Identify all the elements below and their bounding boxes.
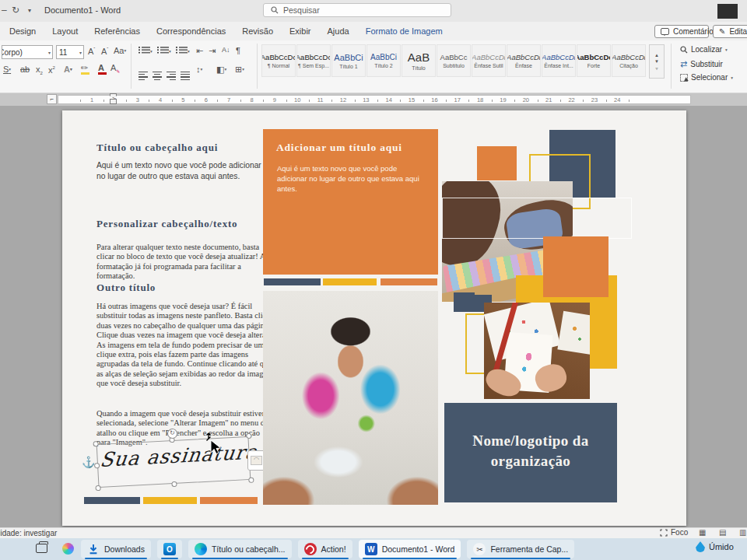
multilevel-list-button[interactable]: ▾ — [176, 47, 190, 56]
align-right-button[interactable] — [167, 65, 176, 80]
font-size-combo[interactable]: 11▾ — [56, 45, 84, 59]
ruler-number: 17 — [454, 96, 461, 103]
style-ênfase[interactable]: AaBbCcDiÊnfase — [507, 44, 541, 77]
style-ênfase-sutil[interactable]: AaBbCcDiÊnfase Sutil — [472, 44, 506, 77]
select-button[interactable]: Selecionar▾ — [680, 73, 733, 82]
select-icon — [680, 74, 688, 82]
replace-button[interactable]: ⇄ Substituir — [680, 59, 723, 69]
accent-bar-orange — [381, 278, 437, 285]
show-marks-button[interactable]: ¶ — [236, 47, 240, 55]
borders-button[interactable]: ⊞▾ — [235, 65, 244, 74]
ruler-number: 13 — [363, 96, 369, 103]
signature-object[interactable]: Sua assinatura ↻ — [96, 436, 251, 488]
comments-button[interactable]: Comentários — [654, 25, 709, 38]
weather-widget[interactable]: Úmido — [696, 541, 734, 552]
shading-button[interactable]: ◧▾ — [216, 65, 226, 74]
ruler-number: 19 — [500, 96, 506, 103]
document-page: Título ou cabeçalho aqui Aqui é um texto… — [62, 110, 686, 526]
taskbar-app-word[interactable]: WDocumento1 - Word — [359, 540, 461, 558]
ruler-number: 21 — [545, 96, 552, 103]
clear-formatting-button[interactable]: A✎ — [110, 64, 120, 74]
style-ênfase-int-[interactable]: AaBbCcDiÊnfase Int... — [542, 44, 576, 77]
sort-button[interactable]: A↓ — [222, 47, 230, 54]
photo-children-drawing — [484, 303, 590, 399]
tab-layout[interactable]: Layout — [52, 26, 78, 36]
copilot-button[interactable] — [62, 543, 74, 555]
ruler-number: 6 — [205, 96, 208, 103]
subscript-button[interactable]: x2 — [36, 65, 43, 75]
selection-handle[interactable] — [95, 485, 100, 491]
taskbar-app-action[interactable]: Action! — [298, 540, 352, 558]
style--normal[interactable]: AaBbCcDc¶ Normal — [261, 44, 296, 77]
tab-referências[interactable]: Referências — [94, 26, 140, 36]
superscript-button[interactable]: x2 — [48, 65, 55, 75]
customize-quick-access-icon[interactable]: ▾ — [28, 7, 31, 14]
left-indent-marker[interactable] — [110, 99, 117, 104]
ruler-number: 14 — [386, 96, 392, 103]
redo-icon[interactable]: ↻ — [12, 5, 19, 16]
justify-button[interactable] — [181, 65, 190, 80]
editing-mode-button[interactable]: ✎ Editando — [713, 25, 747, 38]
taskbar-app-outlook[interactable]: O — [157, 540, 182, 558]
search-placeholder: Pesquisar — [283, 5, 320, 15]
strikethrough-button[interactable]: ab — [20, 65, 30, 74]
document-area[interactable]: Título ou cabeçalho aqui Aqui é um texto… — [0, 106, 747, 527]
style-título-1[interactable]: AaBbCiTítulo 1 — [331, 44, 366, 77]
tab-ajuda[interactable]: Ajuda — [328, 26, 349, 36]
web-layout-icon[interactable]: ▥ — [739, 528, 746, 537]
collage-navy-small-square — [454, 292, 475, 312]
increase-indent-button[interactable]: ⇥ — [209, 47, 216, 55]
tab-design[interactable]: Design — [9, 26, 36, 36]
collage-white-outline — [442, 198, 632, 239]
align-center-button[interactable] — [153, 65, 162, 80]
line-spacing-button[interactable]: ↕▾ — [196, 65, 202, 74]
decrease-indent-button[interactable]: ⇤ — [196, 47, 203, 55]
tab-correspondências[interactable]: Correspondências — [156, 26, 226, 36]
read-mode-icon[interactable]: ▦ — [699, 528, 706, 537]
tab-selector[interactable]: ⌐ — [47, 94, 57, 104]
selection-handle[interactable] — [248, 478, 254, 483]
grow-font-button[interactable]: Aˆ — [88, 47, 95, 56]
underline-button[interactable]: S▾ — [3, 65, 11, 74]
text-effects-button[interactable]: A▾ — [64, 65, 72, 74]
window-corner-control[interactable] — [717, 4, 738, 19]
style-subtítulo[interactable]: AaBbCcSubtítulo — [437, 44, 471, 77]
highlight-color-button[interactable]: ✏ — [81, 64, 89, 75]
search-box[interactable]: Pesquisar — [263, 3, 451, 17]
change-case-button[interactable]: Aa▾ — [114, 47, 126, 55]
tab-exibir[interactable]: Exibir — [289, 26, 311, 36]
styles-more-button[interactable]: ▲▼▿ — [649, 44, 665, 79]
font-color-button[interactable]: A — [98, 64, 107, 75]
selection-handle[interactable] — [171, 481, 177, 487]
bullets-button[interactable]: ▾ — [139, 47, 153, 56]
tab-formato-de-imagem[interactable]: Formato de Imagem — [366, 26, 443, 36]
print-layout-icon[interactable]: ▤ — [719, 528, 726, 537]
task-view-button[interactable] — [36, 544, 47, 553]
taskbar-app-label: Ferramenta de Cap... — [490, 544, 568, 554]
taskbar-app-downloads[interactable]: Downloads — [81, 540, 151, 558]
style-título-2[interactable]: AaBbCiTítulo 2 — [366, 44, 401, 77]
object-anchor-icon: ⚓ — [82, 456, 95, 468]
shrink-font-button[interactable]: Aˇ — [101, 47, 108, 56]
style--sem-esp-[interactable]: AaBbCcDc¶ Sem Esp... — [296, 44, 331, 77]
style-citação[interactable]: AaBbCcDiCitação — [612, 44, 646, 77]
font-name-combo[interactable]: (Corpo)▾ — [2, 45, 53, 59]
accessibility-status[interactable]: Acessibilidade: investigar — [0, 529, 57, 537]
humidity-drop-icon — [696, 541, 705, 552]
find-button[interactable]: Localizar▾ — [680, 45, 728, 54]
quick-access-partial-icon[interactable]: – — [2, 5, 7, 16]
align-left-button[interactable] — [139, 65, 148, 80]
numbering-button[interactable]: ▾ — [157, 47, 171, 56]
accent-bar-orange — [200, 497, 258, 504]
taskbar-app-snip[interactable]: ✂Ferramenta de Cap... — [467, 540, 574, 558]
ruler-number: 18 — [477, 96, 483, 103]
comment-icon — [661, 28, 669, 35]
taskbar-app-edge[interactable]: Título ou cabeçalh... — [188, 540, 292, 558]
ruler-number: 16 — [431, 96, 437, 103]
style-forte[interactable]: AaBbCcDcForte — [577, 44, 611, 77]
accent-bar-yellow — [143, 497, 197, 504]
tab-revisão[interactable]: Revisão — [242, 26, 273, 36]
style-título[interactable]: AaBTítulo — [402, 44, 436, 77]
taskbar-apps: DownloadsOTítulo ou cabeçalh...Action!WD… — [81, 540, 574, 558]
focus-button[interactable]: Foco — [660, 528, 688, 537]
